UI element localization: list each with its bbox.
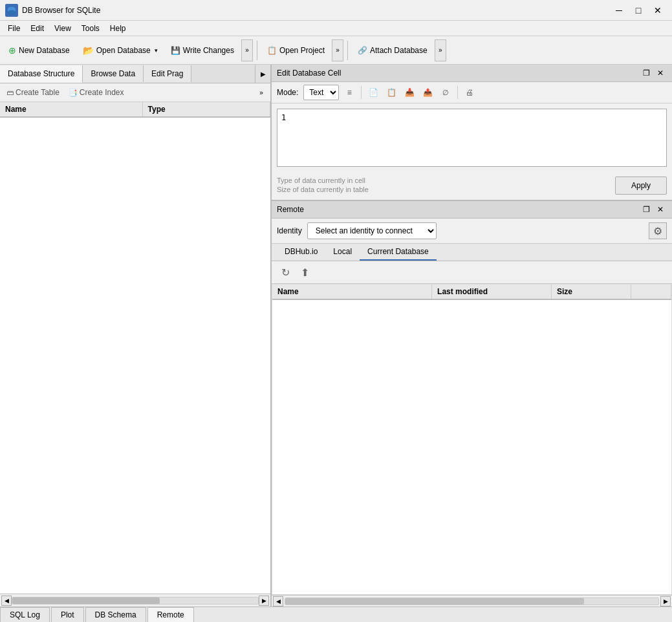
remote-refresh-button[interactable]: ↻ xyxy=(277,264,294,281)
export-icon: 📤 xyxy=(423,88,433,97)
remote-connect-button[interactable]: ⚙ xyxy=(649,222,667,239)
upload-icon: ⬆ xyxy=(301,266,309,279)
open-project-label: Open Project xyxy=(279,46,325,55)
open-database-button[interactable]: 📂 Open Database ▾ xyxy=(77,39,164,61)
cell-null-button[interactable]: ∅ xyxy=(438,85,453,100)
remote-tab-local[interactable]: Local xyxy=(325,244,360,261)
remote-toolbar: Identity Select an identity to connect ⚙ xyxy=(272,219,672,244)
cell-print-button[interactable]: 🖨 xyxy=(462,85,477,100)
attach-icon: 🔗 xyxy=(358,46,367,55)
bottom-tab-db-schema[interactable]: DB Schema xyxy=(85,607,146,622)
project-icon: 📋 xyxy=(267,46,277,55)
edit-cell-header-buttons: ❐ ✕ xyxy=(640,67,667,79)
scrollbar-track[interactable] xyxy=(12,597,259,605)
remote-upload-button[interactable]: ⬆ xyxy=(296,264,313,281)
cell-type-info: Type of data currently in cell xyxy=(277,177,369,184)
new-database-button[interactable]: ⊕ New Database xyxy=(3,39,76,61)
attach-database-button[interactable]: 🔗 Attach Database xyxy=(352,39,433,61)
edit-cell-toolbar: Mode: Text Blob Null ≡ 📄 📋 📥 xyxy=(272,82,672,103)
close-button[interactable]: ✕ xyxy=(649,3,667,18)
menu-file[interactable]: File xyxy=(3,23,25,34)
cell-import-button[interactable]: 📥 xyxy=(402,85,417,100)
write-icon: 💾 xyxy=(171,46,180,55)
left-tab-bar: Database Structure Browse Data Edit Prag… xyxy=(0,65,270,83)
remote-table-area: Name Last modified Size xyxy=(272,284,672,595)
identity-select[interactable]: Select an identity to connect xyxy=(307,222,437,239)
print-icon: 🖨 xyxy=(466,88,473,97)
cell-sep-1 xyxy=(361,86,362,99)
open-db-icon: 📂 xyxy=(83,45,94,56)
create-index-button[interactable]: 📑 Create Index xyxy=(65,87,128,98)
copy-icon: 📄 xyxy=(369,88,378,97)
cell-textarea[interactable]: 1 xyxy=(277,109,667,167)
minimize-button[interactable]: ─ xyxy=(610,3,628,18)
app-icon xyxy=(5,4,18,17)
menu-tools[interactable]: Tools xyxy=(76,23,105,34)
cell-sep-2 xyxy=(457,86,458,99)
remote-col-name: Name xyxy=(272,284,432,299)
menu-edit[interactable]: Edit xyxy=(25,23,49,34)
mode-label: Mode: xyxy=(277,88,298,97)
remote-col-modified: Last modified xyxy=(432,284,552,299)
remote-tab-bar: DBHub.io Local Current Database xyxy=(272,244,672,261)
toolbar-expand-1[interactable]: » xyxy=(241,39,253,61)
bottom-tab-plot[interactable]: Plot xyxy=(51,607,84,622)
scroll-right-arrow[interactable]: ▶ xyxy=(259,595,269,606)
bottom-tab-bar: SQL Log Plot DB Schema Remote xyxy=(0,606,672,622)
create-table-button[interactable]: 🗃 Create Table xyxy=(3,87,63,98)
cell-copy-button[interactable]: 📄 xyxy=(365,85,381,100)
cell-format-button[interactable]: ≡ xyxy=(341,85,357,100)
identity-label: Identity xyxy=(277,226,302,235)
menubar: File Edit View Tools Help xyxy=(0,21,672,36)
remote-scroll-right[interactable]: ▶ xyxy=(660,596,671,606)
remote-restore-button[interactable]: ❐ xyxy=(640,204,653,215)
cell-size-info: Size of data currently in table xyxy=(277,186,369,193)
toolbar-sep-2 xyxy=(347,41,348,60)
toolbar-expand-2[interactable]: » xyxy=(332,39,343,61)
right-panel: Edit Database Cell ❐ ✕ Mode: Text Blob N… xyxy=(272,65,672,606)
sub-toolbar-expand[interactable]: » xyxy=(255,86,268,99)
bottom-tab-remote[interactable]: Remote xyxy=(147,607,194,622)
tab-browse-data[interactable]: Browse Data xyxy=(83,65,144,82)
bottom-tab-sql-log[interactable]: SQL Log xyxy=(0,607,50,622)
menu-help[interactable]: Help xyxy=(105,23,131,34)
remote-scroll-left[interactable]: ◀ xyxy=(273,596,283,606)
cell-paste-button[interactable]: 📋 xyxy=(384,85,399,100)
write-changes-button[interactable]: 💾 Write Changes xyxy=(165,39,240,61)
tab-edit-pragma[interactable]: Edit Prag xyxy=(144,65,191,82)
toolbar-expand-3[interactable]: » xyxy=(435,39,446,61)
edit-cell-close-button[interactable]: ✕ xyxy=(654,67,667,79)
null-icon: ∅ xyxy=(442,89,449,97)
menu-view[interactable]: View xyxy=(49,23,76,34)
svg-point-2 xyxy=(8,10,16,14)
apply-button[interactable]: Apply xyxy=(615,177,667,195)
structure-data-table: Name Type xyxy=(0,102,270,118)
remote-tab-current-db[interactable]: Current Database xyxy=(360,244,437,261)
open-project-button[interactable]: 📋 Open Project xyxy=(261,39,331,61)
left-scrollbar[interactable]: ◀ ▶ xyxy=(0,594,270,606)
remote-scrollbar-thumb xyxy=(285,598,584,605)
db-structure-table: Name Type xyxy=(0,102,270,594)
remote-scrollbar-track[interactable] xyxy=(285,597,659,605)
cell-export-button[interactable]: 📤 xyxy=(420,85,435,100)
mode-select[interactable]: Text Blob Null xyxy=(303,85,339,100)
create-table-icon: 🗃 xyxy=(6,89,14,96)
remote-close-button[interactable]: ✕ xyxy=(654,204,667,215)
col-type-header: Type xyxy=(142,102,270,117)
edit-cell-restore-button[interactable]: ❐ xyxy=(640,67,653,79)
remote-scrollbar[interactable]: ◀ ▶ xyxy=(272,595,672,606)
import-icon: 📥 xyxy=(405,88,415,97)
format-icon: ≡ xyxy=(347,88,352,97)
cell-info: Type of data currently in cell Size of d… xyxy=(277,177,369,195)
titlebar: DB Browser for SQLite ─ □ ✕ xyxy=(0,0,672,21)
edit-cell-title: Edit Database Cell xyxy=(277,69,341,78)
write-label: Write Changes xyxy=(183,46,234,55)
maximize-button[interactable]: □ xyxy=(629,3,647,18)
window-controls: ─ □ ✕ xyxy=(610,3,667,18)
remote-tab-dbhub[interactable]: DBHub.io xyxy=(277,244,325,261)
scroll-left-arrow[interactable]: ◀ xyxy=(1,595,12,606)
tab-database-structure[interactable]: Database Structure xyxy=(0,65,83,83)
tab-more-button[interactable]: ▶ xyxy=(255,65,270,83)
paste-icon: 📋 xyxy=(387,88,396,97)
create-index-icon: 📑 xyxy=(69,89,78,97)
